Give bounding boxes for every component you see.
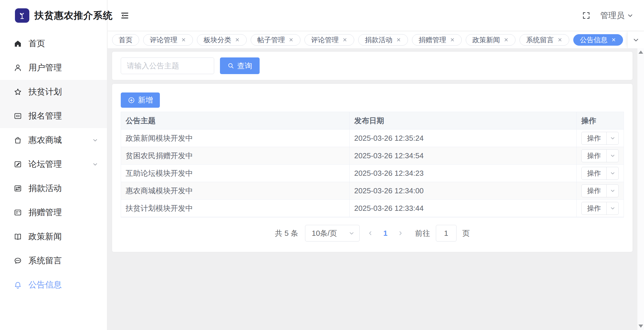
tab-item[interactable]: 评论管理 <box>304 34 354 46</box>
chevron-down-icon[interactable] <box>606 150 618 162</box>
sidebar-item[interactable]: 用户管理 <box>0 56 107 80</box>
pagination-total: 共 5 条 <box>275 228 298 238</box>
column-header-date: 发布日期 <box>350 112 577 129</box>
close-icon[interactable] <box>503 37 509 43</box>
announcement-table: 公告主题 发布日期 操作 政策新闻模块开发中 2025-03-26 12:35:… <box>121 112 624 217</box>
tab-item[interactable]: 政策新闻 <box>466 34 515 46</box>
top-header: 管理员 <box>108 0 644 31</box>
goto-page-input[interactable] <box>436 225 457 242</box>
sidebar-item[interactable]: 捐款活动 <box>0 176 107 200</box>
table-row: 贫困农民捐赠开发中 2025-03-26 12:34:54 操作 <box>121 147 624 165</box>
cell-action: 操作 <box>577 182 624 199</box>
add-button[interactable]: 新增 <box>121 92 160 108</box>
row-action-label[interactable]: 操作 <box>582 185 606 197</box>
close-icon[interactable] <box>557 37 563 43</box>
row-action-label[interactable]: 操作 <box>582 132 606 144</box>
page-number-1[interactable]: 1 <box>381 229 390 238</box>
cell-date: 2025-03-26 12:33:44 <box>350 200 577 217</box>
edit-icon <box>14 160 22 169</box>
tab-label: 公告信息 <box>580 35 607 45</box>
chevron-down-icon <box>348 230 355 236</box>
chevron-down-icon[interactable] <box>606 202 618 215</box>
chat-icon <box>14 256 22 265</box>
row-action-split-button[interactable]: 操作 <box>581 149 619 162</box>
page-size-select[interactable]: 10条/页 <box>305 225 360 242</box>
row-action-label[interactable]: 操作 <box>582 202 606 215</box>
sidebar-item[interactable]: 报名管理 <box>0 104 107 128</box>
close-icon[interactable] <box>288 37 294 43</box>
row-action-label[interactable]: 操作 <box>582 167 606 180</box>
row-action-label[interactable]: 操作 <box>582 150 606 162</box>
sidebar-fold-icon[interactable] <box>120 11 129 20</box>
scroll-down-icon[interactable] <box>639 325 643 328</box>
cell-action: 操作 <box>577 200 624 217</box>
tab-item[interactable]: 捐赠管理 <box>412 34 462 46</box>
tab-item[interactable]: 系统留言 <box>520 34 569 46</box>
table-row: 扶贫计划模块开发中 2025-03-26 12:33:44 操作 <box>121 200 624 217</box>
fullscreen-icon[interactable] <box>582 11 591 20</box>
chevron-down-icon <box>92 137 98 143</box>
shopping-bag-icon <box>14 136 22 144</box>
tab-item[interactable]: 板块分类 <box>197 34 247 46</box>
chevron-down-icon[interactable] <box>606 132 618 144</box>
column-header-action: 操作 <box>577 112 624 129</box>
tab-overflow-button[interactable] <box>627 31 644 48</box>
close-icon[interactable] <box>396 37 401 43</box>
row-action-split-button[interactable]: 操作 <box>581 184 619 197</box>
row-action-split-button[interactable]: 操作 <box>581 202 619 215</box>
sidebar-item-label: 捐款活动 <box>28 183 62 194</box>
tab-item[interactable]: 帖子管理 <box>251 34 300 46</box>
cell-subject: 扶贫计划模块开发中 <box>121 200 350 217</box>
tab-label: 帖子管理 <box>257 35 285 45</box>
announcement-panel: 新增 公告主题 发布日期 操作 政策新闻模块开发中 2025-03-26 12:… <box>112 84 632 252</box>
next-page-icon[interactable] <box>396 230 405 236</box>
table-row: 政策新闻模块开发中 2025-03-26 12:35:24 操作 <box>121 130 624 147</box>
scroll-up-icon[interactable] <box>639 51 643 54</box>
sidebar-item-label: 扶贫计划 <box>28 86 62 98</box>
tab-item[interactable]: 首页 <box>112 34 139 46</box>
sidebar-item[interactable]: 扶贫计划 <box>0 80 107 104</box>
tab-item[interactable]: 捐款活动 <box>358 34 408 46</box>
sidebar-item-label: 公告信息 <box>28 279 62 291</box>
close-icon[interactable] <box>611 37 616 43</box>
tab-strip: 首页 评论管理 板块分类 帖子管理 评论管理 捐款活动 捐赠管理 政策新闻 <box>108 31 644 48</box>
row-action-split-button[interactable]: 操作 <box>581 167 619 180</box>
sidebar-item[interactable]: 捐赠管理 <box>0 200 107 225</box>
bell-icon <box>14 281 22 289</box>
tab-list: 首页 评论管理 板块分类 帖子管理 评论管理 捐款活动 捐赠管理 政策新闻 <box>112 34 623 46</box>
prev-page-icon[interactable] <box>365 230 375 236</box>
search-input[interactable] <box>121 57 214 74</box>
card-icon <box>14 208 22 217</box>
close-icon[interactable] <box>450 37 455 43</box>
close-icon[interactable] <box>181 37 186 43</box>
close-icon[interactable] <box>342 37 348 43</box>
user-menu[interactable]: 管理员 <box>600 10 634 21</box>
tab-label: 政策新闻 <box>472 35 500 45</box>
sidebar-item[interactable]: 首页 <box>0 32 107 56</box>
search-panel: 查询 <box>112 52 632 80</box>
tab-item[interactable]: 评论管理 <box>143 34 193 46</box>
query-button-label: 查询 <box>237 61 252 71</box>
tab-item[interactable]: 公告信息 <box>573 34 623 46</box>
sidebar-item[interactable]: 惠农商城 <box>0 128 107 152</box>
sidebar-item[interactable]: 系统留言 <box>0 249 107 273</box>
home-icon <box>14 39 22 48</box>
sidebar-item[interactable]: 公告信息 <box>0 273 107 297</box>
sidebar-item[interactable]: 论坛管理 <box>0 152 107 176</box>
sidebar: 扶贫惠农推介系统 首页 用户管理 扶贫计划 报名管理 惠农商城 论坛管理 捐款活… <box>0 0 107 330</box>
chevron-down-icon <box>627 12 634 19</box>
tab-label: 首页 <box>119 35 133 45</box>
row-action-split-button[interactable]: 操作 <box>581 132 619 145</box>
column-header-subject: 公告主题 <box>121 112 350 129</box>
sidebar-item[interactable]: 政策新闻 <box>0 225 107 249</box>
app-logo-row: 扶贫惠农推介系统 <box>0 0 107 31</box>
query-button[interactable]: 查询 <box>220 57 260 74</box>
chevron-down-icon[interactable] <box>606 185 618 197</box>
search-icon <box>227 62 234 69</box>
tab-label: 捐赠管理 <box>419 35 446 45</box>
cell-subject: 互助论坛模块开发中 <box>121 165 350 182</box>
vertical-scrollbar[interactable] <box>637 48 644 330</box>
close-icon[interactable] <box>235 37 240 43</box>
tab-label: 板块分类 <box>204 35 231 45</box>
chevron-down-icon[interactable] <box>606 167 618 180</box>
